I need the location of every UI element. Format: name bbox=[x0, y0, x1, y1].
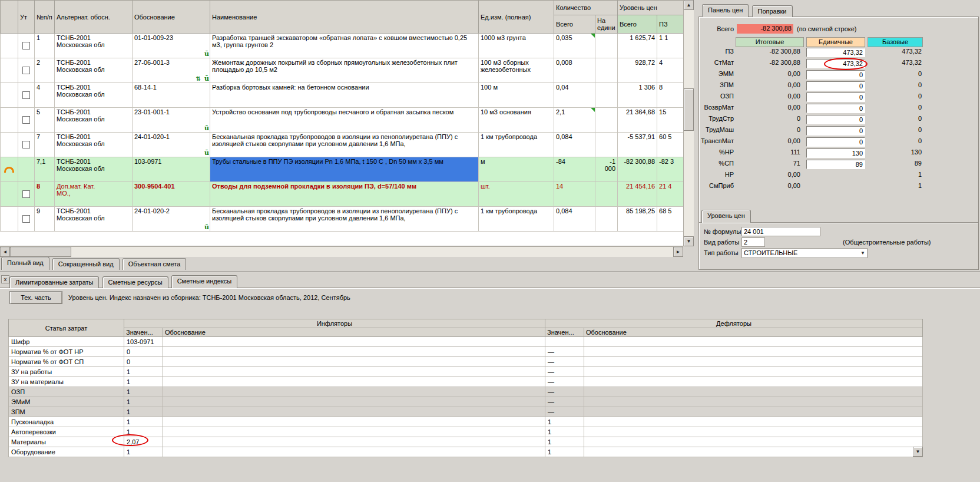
row-checkbox[interactable] bbox=[22, 215, 30, 223]
scroll-down-button[interactable]: ▼ bbox=[913, 447, 923, 457]
price-total-cell[interactable]: 1 306 bbox=[618, 83, 657, 108]
formula-number-input[interactable]: 24 001 bbox=[741, 227, 820, 236]
inf-value-cell[interactable]: 1 bbox=[124, 367, 163, 377]
name-cell[interactable]: Устройство основания под трубопроводы пе… bbox=[210, 108, 479, 133]
qty-per-cell[interactable] bbox=[595, 34, 618, 58]
basis-cell[interactable]: 24-01-020-2ū bbox=[133, 207, 210, 232]
def-basis-cell[interactable] bbox=[584, 397, 923, 407]
work-type-dropdown[interactable]: СТРОИТЕЛЬНЫЕ▼ bbox=[741, 248, 868, 258]
unit-value-input[interactable]: 0 bbox=[806, 104, 865, 113]
tab-price-level[interactable]: Уровень цен bbox=[701, 210, 751, 223]
unit-cell[interactable]: шт. bbox=[479, 182, 554, 207]
inf-basis-cell[interactable] bbox=[163, 367, 545, 377]
unit-cell[interactable]: 1000 м3 грунта bbox=[479, 34, 554, 58]
grid-vertical-scrollbar[interactable]: ▲ ▼ bbox=[683, 0, 694, 246]
def-basis-cell[interactable] bbox=[584, 417, 923, 427]
alt-basis-cell[interactable]: Доп.мат. Кат. МО., bbox=[55, 182, 133, 207]
def-basis-cell[interactable] bbox=[584, 437, 923, 447]
inf-value-cell[interactable]: 1 bbox=[124, 377, 163, 387]
tech-part-button[interactable]: Тех. часть bbox=[9, 291, 62, 304]
inf-value-cell[interactable]: 1 bbox=[124, 447, 163, 457]
qty-cell[interactable]: 0,084 bbox=[554, 133, 595, 157]
inf-basis-cell[interactable] bbox=[163, 447, 545, 457]
qty-cell[interactable]: 2,1 bbox=[554, 108, 595, 133]
scroll-down-button[interactable]: ▼ bbox=[684, 236, 694, 246]
name-cell[interactable]: Разборка бортовых камней: на бетонном ос… bbox=[210, 83, 479, 108]
tab-estimate-resources[interactable]: Сметные ресурсы bbox=[102, 276, 168, 288]
price-total-cell[interactable]: -82 300,88 bbox=[618, 157, 657, 182]
basis-cell[interactable]: 23-01-001-1ū bbox=[133, 108, 210, 133]
def-value-cell[interactable]: 1 bbox=[545, 447, 584, 457]
name-cell[interactable]: Бесканальная прокладка трубопроводов в и… bbox=[210, 207, 479, 232]
unit-value-input[interactable]: 0 bbox=[806, 70, 865, 80]
basis-cell[interactable]: 300-9504-401 bbox=[133, 182, 210, 207]
row-number[interactable]: 5 bbox=[35, 108, 55, 133]
def-value-cell[interactable]: 1 bbox=[545, 427, 584, 437]
unit-cell[interactable]: 1 км трубопровода bbox=[479, 207, 554, 232]
inf-basis-cell[interactable] bbox=[163, 377, 545, 387]
qty-per-cell[interactable] bbox=[595, 83, 618, 108]
def-basis-cell[interactable] bbox=[584, 407, 923, 417]
row-checkbox[interactable] bbox=[22, 91, 30, 99]
name-cell[interactable]: Отводы для подземной прокладки в изоляци… bbox=[210, 182, 479, 207]
row-checkbox[interactable] bbox=[22, 67, 30, 74]
price-pz-cell[interactable]: 15 bbox=[657, 108, 684, 133]
alt-basis-cell[interactable]: ТСНБ-2001 Московская обл bbox=[55, 83, 133, 108]
basis-cell[interactable]: 27-06-001-3⇅ū bbox=[133, 58, 210, 83]
tab-full-view[interactable]: Полный вид bbox=[1, 257, 49, 270]
alt-basis-cell[interactable]: ТСНБ-2001 Московская обл bbox=[55, 157, 133, 182]
unit-value-input[interactable]: 0 bbox=[806, 126, 865, 136]
inf-basis-cell[interactable] bbox=[163, 417, 545, 427]
price-total-cell[interactable]: -5 537,91 bbox=[618, 133, 657, 157]
horizontal-scroll-thumb[interactable] bbox=[10, 247, 71, 257]
name-cell-selected[interactable]: Трубы стальные в ППУ ПЭ изоляции Pn 1,6 … bbox=[210, 157, 479, 182]
def-basis-cell[interactable] bbox=[584, 367, 923, 377]
def-value-cell[interactable]: — bbox=[545, 347, 584, 357]
price-pz-cell[interactable]: 1 1 bbox=[657, 34, 684, 58]
qty-per-cell[interactable] bbox=[595, 207, 618, 232]
def-basis-cell[interactable] bbox=[584, 427, 923, 437]
qty-per-cell[interactable] bbox=[595, 182, 618, 207]
unit-value-input[interactable]: 130 bbox=[806, 148, 865, 158]
inf-basis-cell[interactable] bbox=[163, 337, 545, 347]
qty-cell[interactable]: 0,084 bbox=[554, 207, 595, 232]
price-pz-cell[interactable]: 68 5 bbox=[657, 207, 684, 232]
row-checkbox[interactable] bbox=[22, 141, 30, 148]
price-pz-cell[interactable]: 21 4 bbox=[657, 182, 684, 207]
qty-cell[interactable]: 0,04 bbox=[554, 83, 595, 108]
close-panel-button[interactable]: x bbox=[1, 275, 9, 283]
tab-object-estimate[interactable]: Объектная смета bbox=[122, 258, 187, 270]
alt-basis-cell[interactable]: ТСНБ-2001 Московская обл bbox=[55, 207, 133, 232]
tab-limited-costs[interactable]: Лимитированные затраты bbox=[9, 276, 99, 288]
def-value-cell[interactable]: — bbox=[545, 357, 584, 367]
basis-cell[interactable]: 68-14-1 bbox=[133, 83, 210, 108]
qty-per-cell[interactable] bbox=[595, 58, 618, 83]
unit-value-input[interactable]: 473,32 bbox=[806, 48, 865, 57]
row-number[interactable]: 1 bbox=[35, 34, 55, 58]
price-pz-cell[interactable]: 60 5 bbox=[657, 133, 684, 157]
alt-basis-cell[interactable]: ТСНБ-2001 Московская обл bbox=[55, 133, 133, 157]
inf-basis-cell[interactable] bbox=[163, 387, 545, 397]
unit-value-input[interactable]: 0 bbox=[806, 115, 865, 124]
inf-value-cell[interactable]: 1 bbox=[124, 407, 163, 417]
qty-per-cell[interactable] bbox=[595, 133, 618, 157]
row-number[interactable]: 9 bbox=[35, 207, 55, 232]
def-value-cell[interactable] bbox=[545, 337, 584, 347]
def-value-cell[interactable]: 1 bbox=[545, 437, 584, 447]
unit-cell[interactable]: 1 км трубопровода bbox=[479, 133, 554, 157]
scroll-right-button[interactable]: ► bbox=[673, 247, 683, 257]
def-value-cell[interactable]: — bbox=[545, 387, 584, 397]
tab-corrections[interactable]: Поправки bbox=[752, 5, 793, 17]
price-total-cell[interactable]: 21 454,16 bbox=[618, 182, 657, 207]
alt-basis-cell[interactable]: ТСНБ-2001 Московская обл bbox=[55, 34, 133, 58]
basis-cell[interactable]: 103-0971 bbox=[133, 157, 210, 182]
unit-cell[interactable]: 100 м3 сборных железобетонных bbox=[479, 58, 554, 83]
alt-basis-cell[interactable]: ТСНБ-2001 Московская обл bbox=[55, 58, 133, 83]
row-checkbox[interactable] bbox=[22, 116, 30, 124]
unit-value-input[interactable]: 0 bbox=[806, 81, 865, 91]
qty-per-cell[interactable]: -1 000 bbox=[595, 157, 618, 182]
row-checkbox[interactable] bbox=[22, 42, 30, 49]
row-number[interactable]: 2 bbox=[35, 58, 55, 83]
scroll-left-button[interactable]: ◄ bbox=[0, 247, 10, 257]
def-basis-cell[interactable] bbox=[584, 357, 923, 367]
